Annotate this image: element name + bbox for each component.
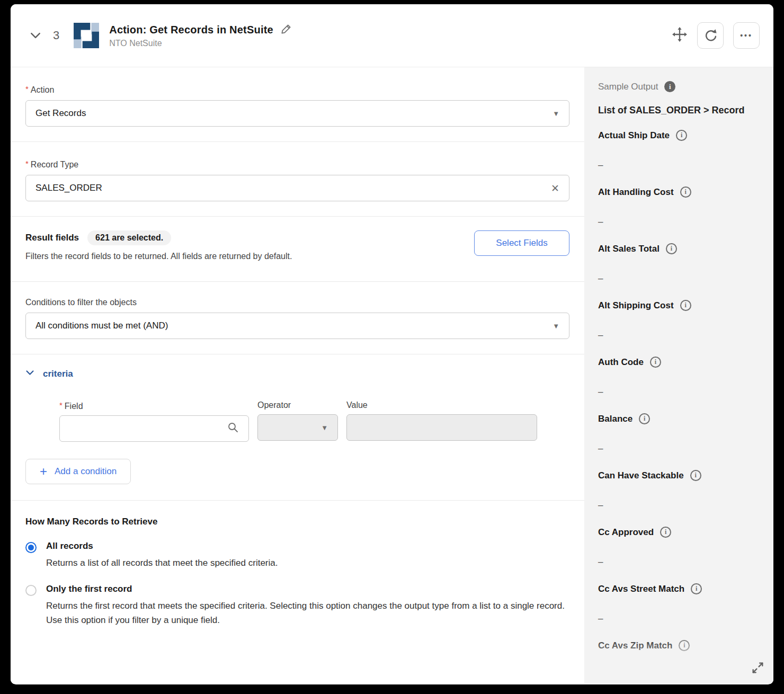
sample-output-field: Alt Handling Cost i – — [598, 186, 763, 227]
netsuite-logo-icon — [73, 22, 100, 49]
required-asterisk: * — [59, 401, 63, 410]
how-many-records-label: How Many Records to Retrieve — [25, 517, 569, 527]
first-record-description: Returns the first record that meets the … — [46, 599, 569, 627]
refresh-button[interactable] — [697, 22, 724, 49]
sample-field-name: Balance — [598, 414, 632, 424]
sample-output-field: Alt Sales Total i – — [598, 243, 763, 284]
sample-output-record-type: List of SALES_ORDER > Record — [598, 105, 763, 116]
step-title: Action: Get Records in NetSuite — [109, 24, 273, 36]
record-type-input[interactable]: SALES_ORDER ✕ — [25, 175, 569, 201]
sample-field-value: – — [598, 330, 763, 341]
sample-output-panel: Sample Output i List of SALES_ORDER > Re… — [584, 67, 773, 684]
how-many-records-section: How Many Records to Retrieve All records… — [11, 501, 584, 657]
sample-field-name: Can Have Stackable — [598, 470, 684, 481]
record-type-section: *Record Type SALES_ORDER ✕ — [11, 142, 584, 217]
info-icon[interactable]: i — [639, 413, 650, 424]
sample-field-name: Alt Shipping Cost — [598, 300, 674, 311]
select-fields-button[interactable]: Select Fields — [474, 230, 569, 256]
edit-pencil-icon[interactable] — [281, 23, 292, 37]
collapse-chevron-icon[interactable] — [30, 30, 41, 41]
action-select-value: Get Records — [35, 108, 553, 119]
sample-field-name: Alt Sales Total — [598, 244, 660, 254]
sample-field-name: Cc Avs Zip Match — [598, 640, 672, 651]
sample-output-field: Cc Avs Street Match i – — [598, 583, 763, 624]
connection-name: NTO NetSuite — [109, 39, 292, 48]
conditions-select[interactable]: All conditions must be met (AND) ▼ — [25, 313, 569, 339]
sample-field-name: Alt Handling Cost — [598, 187, 674, 198]
info-icon[interactable]: i — [676, 130, 687, 141]
action-section: *Action Get Records ▼ — [11, 67, 584, 142]
info-icon[interactable]: i — [679, 640, 690, 651]
sample-output-field: Balance i – — [598, 413, 763, 454]
sample-field-name: Actual Ship Date — [598, 130, 670, 141]
sample-field-name: Cc Approved — [598, 527, 654, 538]
all-records-radio[interactable] — [25, 542, 37, 553]
result-fields-description: Filters the record fields to be returned… — [25, 252, 474, 261]
clear-icon[interactable]: ✕ — [551, 182, 559, 194]
move-handle-icon[interactable] — [672, 26, 688, 45]
info-icon[interactable]: i — [666, 243, 677, 254]
selected-count-badge: 621 are selected. — [87, 230, 171, 245]
sample-field-name: Cc Avs Street Match — [598, 584, 684, 594]
sample-field-value: – — [598, 443, 763, 454]
record-type-value: SALES_ORDER — [35, 183, 551, 193]
sample-output-field: Actual Ship Date i – — [598, 130, 763, 171]
sample-field-value: – — [598, 670, 763, 681]
criteria-value-label: Value — [346, 401, 537, 410]
sample-field-value: – — [598, 273, 763, 284]
criteria-operator-label: Operator — [257, 401, 338, 410]
criteria-section: criteria *Field Operator — [11, 354, 584, 501]
all-records-label: All records — [46, 541, 569, 551]
all-records-description: Returns a list of all records that meet … — [46, 556, 569, 570]
plus-icon: + — [40, 465, 47, 478]
conditions-label: Conditions to filter the objects — [25, 298, 569, 307]
result-fields-section: Result fields 621 are selected. Filters … — [11, 217, 584, 282]
sample-field-value: – — [598, 500, 763, 511]
sample-output-field: Cc Approved i – — [598, 527, 763, 567]
criteria-field-input[interactable] — [59, 415, 249, 442]
more-options-button[interactable]: ••• — [733, 22, 760, 49]
step-header: 3 Action: Get Records in NetSuite NTO Ne… — [11, 4, 773, 67]
sample-output-title: Sample Output — [598, 82, 658, 92]
sample-output-field: Can Have Stackable i – — [598, 470, 763, 511]
sample-output-field: Cc Avs Zip Match i – — [598, 640, 763, 681]
step-titles: Action: Get Records in NetSuite NTO NetS… — [109, 23, 292, 48]
info-icon[interactable]: i — [650, 357, 661, 368]
info-icon[interactable]: i — [664, 81, 675, 92]
chevron-down-icon: ▼ — [321, 424, 328, 432]
chevron-down-icon: ▼ — [553, 322, 559, 330]
info-icon[interactable]: i — [690, 470, 701, 481]
add-condition-button[interactable]: + Add a condition — [25, 459, 131, 484]
result-fields-label: Result fields — [25, 233, 79, 243]
info-icon[interactable]: i — [660, 527, 671, 538]
conditions-section: Conditions to filter the objects All con… — [11, 282, 584, 354]
config-form: *Action Get Records ▼ *Record Type SALES… — [11, 67, 584, 684]
required-asterisk: * — [25, 159, 29, 168]
sample-field-name: Auth Code — [598, 357, 644, 368]
search-icon — [227, 422, 239, 436]
criteria-chevron-icon[interactable] — [25, 368, 34, 379]
action-select[interactable]: Get Records ▼ — [25, 100, 569, 127]
ellipsis-icon: ••• — [740, 32, 753, 39]
step-number: 3 — [53, 29, 59, 42]
required-asterisk: * — [25, 84, 29, 93]
info-icon[interactable]: i — [680, 186, 691, 198]
first-record-radio[interactable] — [25, 585, 37, 596]
sample-field-value: – — [598, 160, 763, 171]
info-icon[interactable]: i — [680, 300, 691, 311]
chevron-down-icon: ▼ — [553, 110, 559, 118]
criteria-value-input[interactable] — [346, 414, 537, 441]
expand-panel-icon[interactable] — [751, 661, 765, 677]
criteria-section-label[interactable]: criteria — [43, 369, 73, 379]
sample-field-value: – — [598, 613, 763, 624]
action-step-card: 3 Action: Get Records in NetSuite NTO Ne… — [11, 4, 773, 684]
sample-output-field: Auth Code i – — [598, 357, 763, 397]
sample-field-value: – — [598, 217, 763, 227]
sample-field-value: – — [598, 387, 763, 397]
header-actions: ••• — [672, 22, 760, 49]
sample-output-field-list: Actual Ship Date i – Alt Handling Cost i… — [598, 130, 763, 681]
record-type-label: *Record Type — [25, 159, 569, 170]
criteria-operator-select[interactable]: ▼ — [257, 414, 338, 441]
info-icon[interactable]: i — [691, 583, 702, 594]
first-record-option: Only the first record Returns the first … — [25, 584, 569, 627]
